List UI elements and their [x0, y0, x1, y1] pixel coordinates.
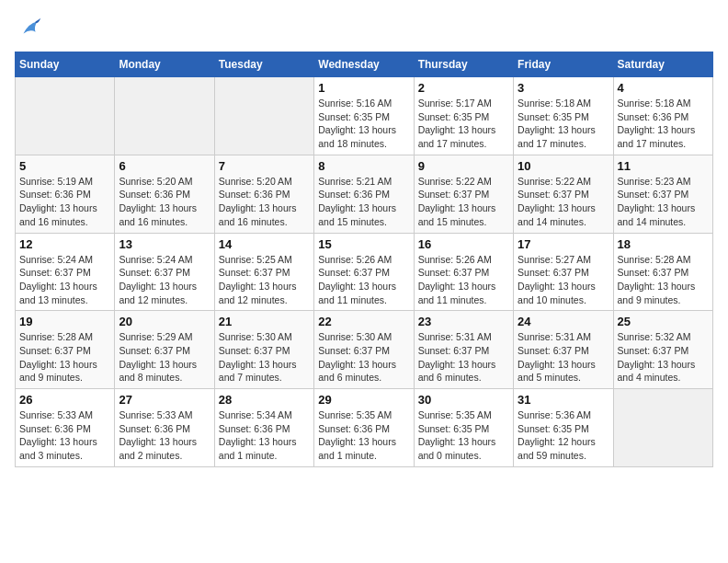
- day-number: 3: [518, 81, 609, 95]
- calendar-cell: 31Sunrise: 5:36 AMSunset: 6:35 PMDayligh…: [514, 389, 613, 467]
- day-number: 9: [418, 159, 509, 173]
- day-number: 25: [618, 315, 709, 328]
- calendar-cell: 8Sunrise: 5:21 AMSunset: 6:36 PMDaylight…: [314, 155, 414, 233]
- page-header: [15, 15, 713, 40]
- day-info: Sunrise: 5:17 AMSunset: 6:35 PMDaylight:…: [418, 97, 509, 151]
- calendar-cell: 29Sunrise: 5:35 AMSunset: 6:36 PMDayligh…: [314, 389, 414, 467]
- day-header-thursday: Thursday: [414, 52, 513, 77]
- calendar-cell: [214, 77, 313, 155]
- calendar-cell: 10Sunrise: 5:22 AMSunset: 6:37 PMDayligh…: [514, 155, 613, 233]
- day-number: 19: [19, 315, 110, 328]
- day-info: Sunrise: 5:25 AMSunset: 6:37 PMDaylight:…: [219, 253, 310, 307]
- day-info: Sunrise: 5:35 AMSunset: 6:35 PMDaylight:…: [418, 408, 509, 463]
- day-info: Sunrise: 5:18 AMSunset: 6:35 PMDaylight:…: [518, 97, 609, 151]
- day-number: 11: [618, 159, 709, 173]
- day-header-sunday: Sunday: [16, 52, 115, 77]
- day-number: 27: [119, 393, 210, 407]
- day-info: Sunrise: 5:30 AMSunset: 6:37 PMDaylight:…: [219, 330, 310, 385]
- calendar-cell: 3Sunrise: 5:18 AMSunset: 6:35 PMDaylight…: [514, 77, 613, 155]
- day-info: Sunrise: 5:31 AMSunset: 6:37 PMDaylight:…: [418, 330, 509, 385]
- calendar-cell: 5Sunrise: 5:19 AMSunset: 6:36 PMDaylight…: [16, 155, 115, 233]
- day-info: Sunrise: 5:28 AMSunset: 6:37 PMDaylight:…: [19, 330, 110, 385]
- day-info: Sunrise: 5:20 AMSunset: 6:36 PMDaylight:…: [119, 175, 210, 229]
- calendar-cell: 18Sunrise: 5:28 AMSunset: 6:37 PMDayligh…: [613, 233, 712, 311]
- calendar-cell: 1Sunrise: 5:16 AMSunset: 6:35 PMDaylight…: [314, 77, 414, 155]
- calendar-cell: 11Sunrise: 5:23 AMSunset: 6:37 PMDayligh…: [613, 155, 712, 233]
- day-info: Sunrise: 5:29 AMSunset: 6:37 PMDaylight:…: [119, 330, 210, 385]
- day-number: 12: [19, 237, 110, 251]
- day-header-monday: Monday: [115, 52, 214, 77]
- day-info: Sunrise: 5:27 AMSunset: 6:37 PMDaylight:…: [518, 253, 609, 307]
- day-number: 21: [219, 315, 310, 328]
- calendar-cell: 9Sunrise: 5:22 AMSunset: 6:37 PMDaylight…: [414, 155, 513, 233]
- day-number: 22: [318, 315, 409, 328]
- calendar-cell: 15Sunrise: 5:26 AMSunset: 6:37 PMDayligh…: [314, 233, 414, 311]
- day-info: Sunrise: 5:22 AMSunset: 6:37 PMDaylight:…: [518, 175, 609, 229]
- calendar-cell: 7Sunrise: 5:20 AMSunset: 6:36 PMDaylight…: [214, 155, 313, 233]
- day-number: 15: [318, 237, 409, 251]
- day-number: 2: [418, 81, 509, 95]
- day-header-wednesday: Wednesday: [314, 52, 414, 77]
- day-info: Sunrise: 5:26 AMSunset: 6:37 PMDaylight:…: [418, 253, 509, 307]
- day-info: Sunrise: 5:28 AMSunset: 6:37 PMDaylight:…: [618, 253, 709, 307]
- calendar-cell: 28Sunrise: 5:34 AMSunset: 6:36 PMDayligh…: [214, 389, 313, 467]
- day-info: Sunrise: 5:33 AMSunset: 6:36 PMDaylight:…: [119, 408, 210, 463]
- calendar-cell: [613, 389, 712, 467]
- day-number: 14: [219, 237, 310, 251]
- day-header-friday: Friday: [514, 52, 613, 77]
- day-header-tuesday: Tuesday: [214, 52, 313, 77]
- day-info: Sunrise: 5:32 AMSunset: 6:37 PMDaylight:…: [618, 330, 709, 385]
- calendar-cell: [16, 77, 115, 155]
- day-info: Sunrise: 5:26 AMSunset: 6:37 PMDaylight:…: [318, 253, 409, 307]
- calendar-table: SundayMondayTuesdayWednesdayThursdayFrid…: [15, 52, 713, 467]
- day-number: 31: [518, 393, 609, 407]
- day-number: 20: [119, 315, 210, 328]
- day-number: 13: [119, 237, 210, 251]
- day-number: 10: [518, 159, 609, 173]
- calendar-cell: 2Sunrise: 5:17 AMSunset: 6:35 PMDaylight…: [414, 77, 513, 155]
- day-info: Sunrise: 5:33 AMSunset: 6:36 PMDaylight:…: [19, 408, 110, 463]
- day-info: Sunrise: 5:34 AMSunset: 6:36 PMDaylight:…: [219, 408, 310, 463]
- calendar-cell: 27Sunrise: 5:33 AMSunset: 6:36 PMDayligh…: [115, 389, 214, 467]
- calendar-cell: 6Sunrise: 5:20 AMSunset: 6:36 PMDaylight…: [115, 155, 214, 233]
- calendar-cell: 19Sunrise: 5:28 AMSunset: 6:37 PMDayligh…: [16, 311, 115, 389]
- logo: [15, 15, 42, 40]
- day-number: 24: [518, 315, 609, 328]
- day-info: Sunrise: 5:23 AMSunset: 6:37 PMDaylight:…: [618, 175, 709, 229]
- day-info: Sunrise: 5:20 AMSunset: 6:36 PMDaylight:…: [219, 175, 310, 229]
- day-info: Sunrise: 5:31 AMSunset: 6:37 PMDaylight:…: [518, 330, 609, 385]
- calendar-cell: 4Sunrise: 5:18 AMSunset: 6:36 PMDaylight…: [613, 77, 712, 155]
- calendar-cell: 24Sunrise: 5:31 AMSunset: 6:37 PMDayligh…: [514, 311, 613, 389]
- day-number: 30: [418, 393, 509, 407]
- calendar-cell: 20Sunrise: 5:29 AMSunset: 6:37 PMDayligh…: [115, 311, 214, 389]
- day-info: Sunrise: 5:16 AMSunset: 6:35 PMDaylight:…: [318, 97, 409, 151]
- day-info: Sunrise: 5:18 AMSunset: 6:36 PMDaylight:…: [618, 97, 709, 151]
- calendar-cell: 16Sunrise: 5:26 AMSunset: 6:37 PMDayligh…: [414, 233, 513, 311]
- day-header-saturday: Saturday: [613, 52, 712, 77]
- day-info: Sunrise: 5:22 AMSunset: 6:37 PMDaylight:…: [418, 175, 509, 229]
- day-info: Sunrise: 5:21 AMSunset: 6:36 PMDaylight:…: [318, 175, 409, 229]
- calendar-cell: 22Sunrise: 5:30 AMSunset: 6:37 PMDayligh…: [314, 311, 414, 389]
- calendar-week-4: 19Sunrise: 5:28 AMSunset: 6:37 PMDayligh…: [16, 311, 713, 389]
- day-number: 6: [119, 159, 210, 173]
- day-info: Sunrise: 5:19 AMSunset: 6:36 PMDaylight:…: [19, 175, 110, 229]
- day-info: Sunrise: 5:24 AMSunset: 6:37 PMDaylight:…: [19, 253, 110, 307]
- day-number: 26: [19, 393, 110, 407]
- day-header-row: SundayMondayTuesdayWednesdayThursdayFrid…: [16, 52, 713, 77]
- calendar-cell: [115, 77, 214, 155]
- day-info: Sunrise: 5:36 AMSunset: 6:35 PMDaylight:…: [518, 408, 609, 463]
- day-number: 17: [518, 237, 609, 251]
- calendar-week-3: 12Sunrise: 5:24 AMSunset: 6:37 PMDayligh…: [16, 233, 713, 311]
- calendar-cell: 13Sunrise: 5:24 AMSunset: 6:37 PMDayligh…: [115, 233, 214, 311]
- calendar-cell: 30Sunrise: 5:35 AMSunset: 6:35 PMDayligh…: [414, 389, 513, 467]
- calendar-cell: 14Sunrise: 5:25 AMSunset: 6:37 PMDayligh…: [214, 233, 313, 311]
- day-number: 1: [318, 81, 409, 95]
- day-number: 28: [219, 393, 310, 407]
- day-number: 4: [618, 81, 709, 95]
- logo-bird-icon: [17, 15, 42, 40]
- calendar-cell: 12Sunrise: 5:24 AMSunset: 6:37 PMDayligh…: [16, 233, 115, 311]
- calendar-week-1: 1Sunrise: 5:16 AMSunset: 6:35 PMDaylight…: [16, 77, 713, 155]
- calendar-week-2: 5Sunrise: 5:19 AMSunset: 6:36 PMDaylight…: [16, 155, 713, 233]
- calendar-cell: 21Sunrise: 5:30 AMSunset: 6:37 PMDayligh…: [214, 311, 313, 389]
- day-number: 5: [19, 159, 110, 173]
